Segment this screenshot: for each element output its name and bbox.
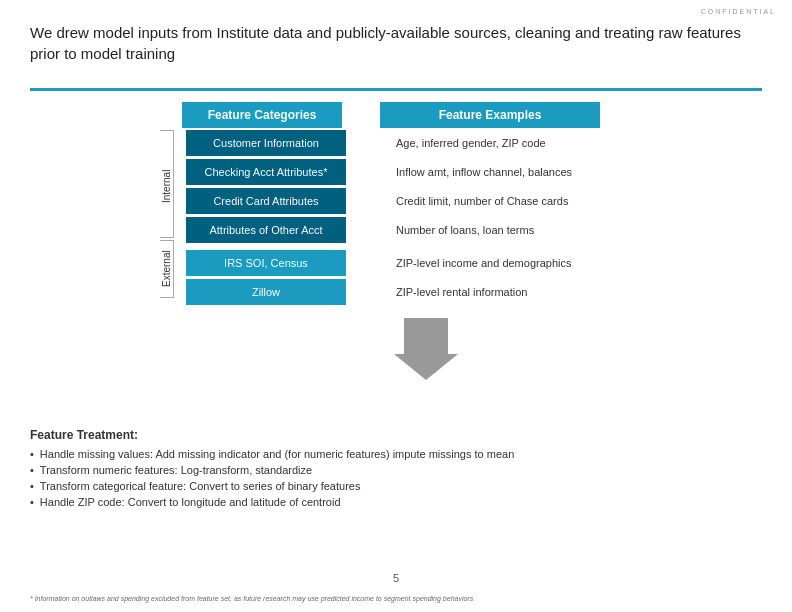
table-row: Checking Acct Attributes* Inflow amt, in… bbox=[186, 159, 604, 185]
feature-rows: Customer Information Age, inferred gende… bbox=[186, 130, 604, 308]
category-cell: Attributes of Other Acct bbox=[186, 217, 346, 243]
page-number: 5 bbox=[393, 572, 399, 584]
category-cell: Zillow bbox=[186, 279, 346, 305]
main-content: Feature Categories Feature Examples Inte… bbox=[30, 102, 762, 394]
example-cell: Age, inferred gender, ZIP code bbox=[384, 130, 604, 156]
bullet-dot: • bbox=[30, 464, 34, 476]
blue-divider bbox=[30, 88, 762, 91]
bullet-text: Handle missing values: Add missing indic… bbox=[40, 448, 514, 460]
category-cell: IRS SOI, Census bbox=[186, 250, 346, 276]
footnote: * Information on outlaws and spending ex… bbox=[30, 595, 762, 602]
category-cell: Checking Acct Attributes* bbox=[186, 159, 346, 185]
arrow-down-icon bbox=[90, 318, 762, 380]
example-cell: Credit limit, number of Chase cards bbox=[384, 188, 604, 214]
feature-categories-header: Feature Categories bbox=[182, 102, 342, 128]
table-row: Credit Card Attributes Credit limit, num… bbox=[186, 188, 604, 214]
treatment-title: Feature Treatment: bbox=[30, 428, 762, 442]
internal-label: Internal bbox=[160, 130, 174, 238]
slide-title: We drew model inputs from Institute data… bbox=[30, 22, 762, 64]
bullet-text: Transform numeric features: Log-transfor… bbox=[40, 464, 312, 476]
bullet-text: Transform categorical feature: Convert t… bbox=[40, 480, 361, 492]
confidential-label: CONFIDENTIAL bbox=[701, 8, 776, 15]
table-row: Zillow ZIP-level rental information bbox=[186, 279, 604, 305]
bullet-dot: • bbox=[30, 496, 34, 508]
external-label: External bbox=[160, 240, 174, 298]
example-cell: Number of loans, loan terms bbox=[384, 217, 604, 243]
bullet-text: Handle ZIP code: Convert to longitude an… bbox=[40, 496, 341, 508]
treatment-section: Feature Treatment: • Handle missing valu… bbox=[30, 428, 762, 512]
category-cell: Customer Information bbox=[186, 130, 346, 156]
example-cell: Inflow amt, inflow channel, balances bbox=[384, 159, 604, 185]
bullet-item-2: • Transform numeric features: Log-transf… bbox=[30, 464, 762, 476]
example-cell: ZIP-level rental information bbox=[384, 279, 604, 305]
bullet-dot: • bbox=[30, 448, 34, 460]
bullet-item-4: • Handle ZIP code: Convert to longitude … bbox=[30, 496, 762, 508]
bullet-item-3: • Transform categorical feature: Convert… bbox=[30, 480, 762, 492]
feature-examples-header: Feature Examples bbox=[380, 102, 600, 128]
table-row: Customer Information Age, inferred gende… bbox=[186, 130, 604, 156]
example-cell: ZIP-level income and demographics bbox=[384, 250, 604, 276]
category-cell: Credit Card Attributes bbox=[186, 188, 346, 214]
table-row: Attributes of Other Acct Number of loans… bbox=[186, 217, 604, 243]
bullet-dot: • bbox=[30, 480, 34, 492]
bullet-item-1: • Handle missing values: Add missing ind… bbox=[30, 448, 762, 460]
table-row: IRS SOI, Census ZIP-level income and dem… bbox=[186, 250, 604, 276]
